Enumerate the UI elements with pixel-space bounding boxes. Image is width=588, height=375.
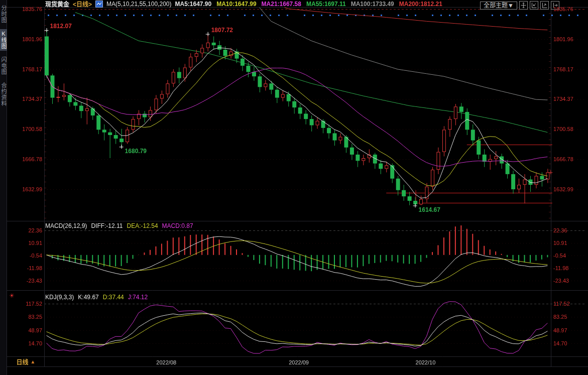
kdj-k-value: K:49.67 xyxy=(78,294,98,301)
y-axis-label: 1632.99 xyxy=(553,187,586,192)
x-axis-date-label: 2022/09 xyxy=(289,359,309,365)
y-axis-label: 48.97 xyxy=(7,328,42,333)
y-axis-label: 14.70 xyxy=(7,341,42,346)
expand-chart-button[interactable] xyxy=(540,1,549,10)
period-tag: <日线> xyxy=(73,0,92,8)
y-axis-label: 117.52 xyxy=(7,301,42,307)
y-axis-label: -0.54 xyxy=(553,253,586,259)
y-axis-label: 1801.96 xyxy=(7,37,42,42)
y-axis-label: 117.52 xyxy=(553,301,586,307)
trading-app-window: { "header": { "symbol": "现货黄金", "period_… xyxy=(0,0,588,375)
theme-select-button[interactable]: 全部主题▼ xyxy=(480,2,517,10)
y-axis-label: -23.43 xyxy=(7,278,42,284)
ma-summary: MA(5,10,21,55,100,200) xyxy=(106,1,171,8)
y-axis-label: 48.97 xyxy=(553,328,586,333)
y-axis-label: 1666.78 xyxy=(553,157,586,162)
y-axis-label: 1801.96 xyxy=(553,37,586,42)
y-axis-label: 1666.78 xyxy=(7,157,42,162)
ma-value-4: MA100:1733.49 xyxy=(351,1,394,8)
macd-panel-header: MACD(26,12,9) DIFF:-12.11 DEA:-12.54 MAC… xyxy=(45,222,193,229)
y-axis-label: 1768.17 xyxy=(7,67,42,72)
ma-values: MA5:1647.90MA10:1647.99MA21:1667.58MA55:… xyxy=(175,1,442,8)
ma-value-2: MA21:1667.58 xyxy=(262,1,301,8)
period-arrow-icon: ▲ xyxy=(31,359,36,364)
y-axis-label: 22.36 xyxy=(553,228,586,233)
macd-title[interactable]: MACD(26,12,9) xyxy=(45,222,87,229)
y-axis-label: 83.25 xyxy=(553,314,586,320)
crosshair-tool-button[interactable] xyxy=(519,1,528,10)
y-axis-label: -11.98 xyxy=(553,266,586,271)
macd-diff-value: DIFF:-12.11 xyxy=(91,222,123,229)
y-axis-label: -11.98 xyxy=(7,266,42,271)
ma-value-1: MA10:1647.99 xyxy=(216,1,256,8)
ma-value-3: MA55:1697.11 xyxy=(306,1,346,8)
y-axis-label: 1700.58 xyxy=(553,127,586,132)
kdj-j-value: J:74.12 xyxy=(128,294,148,301)
y-axis-label: 1632.99 xyxy=(7,187,42,192)
ma-value-5: MA200:1812.21 xyxy=(399,1,442,8)
y-axis-label: 1700.58 xyxy=(7,127,42,132)
y-axis-label: 1768.17 xyxy=(553,67,586,72)
macd-dea-value: DEA:-12.54 xyxy=(127,222,158,229)
y-axis-label: -0.54 xyxy=(7,253,42,259)
x-axis-date-label: 2022/10 xyxy=(416,359,436,365)
y-axis-label: 22.36 xyxy=(7,228,42,233)
y-axis-label: 83.25 xyxy=(7,314,42,320)
y-axis-label: 10.91 xyxy=(7,240,42,246)
macd-macd-value: MACD:0.87 xyxy=(162,222,193,229)
y-axis-label: 14.70 xyxy=(553,341,586,346)
y-axis-label: 1835.76 xyxy=(553,7,586,12)
y-axis-label: -23.43 xyxy=(553,278,586,284)
kdj-title[interactable]: KDJ(9,3,3) xyxy=(45,294,74,301)
chart-header: 现货黄金 <日线> MA(5,10,21,55,100,200) MA5:164… xyxy=(45,0,442,8)
alert-sun-icon[interactable]: ☀ xyxy=(9,293,15,299)
x-axis-date-label: 2022/08 xyxy=(156,359,176,365)
period-label: 日线 xyxy=(17,357,29,366)
kdj-panel-header: KDJ(9,3,3) K:49.67 D:37.44 J:74.12 xyxy=(45,294,148,301)
symbol-name: 现货黄金 xyxy=(45,0,69,8)
period-selector[interactable]: 日线 ▲ xyxy=(8,357,44,366)
y-axis-label: 1835.76 xyxy=(7,7,42,12)
y-axis-label: 10.91 xyxy=(553,240,586,246)
main-chart-canvas[interactable] xyxy=(0,0,588,375)
y-axis-label: 1734.37 xyxy=(7,96,42,102)
y-axis-label: 1734.37 xyxy=(553,96,586,102)
compress-chart-button[interactable] xyxy=(530,1,538,10)
mini-chart-icon[interactable] xyxy=(95,1,103,8)
kdj-d-value: D:37.44 xyxy=(103,294,124,301)
ma-value-0: MA5:1647.90 xyxy=(175,1,211,8)
chart-toolbar: 全部主题▼ xyxy=(480,1,559,10)
